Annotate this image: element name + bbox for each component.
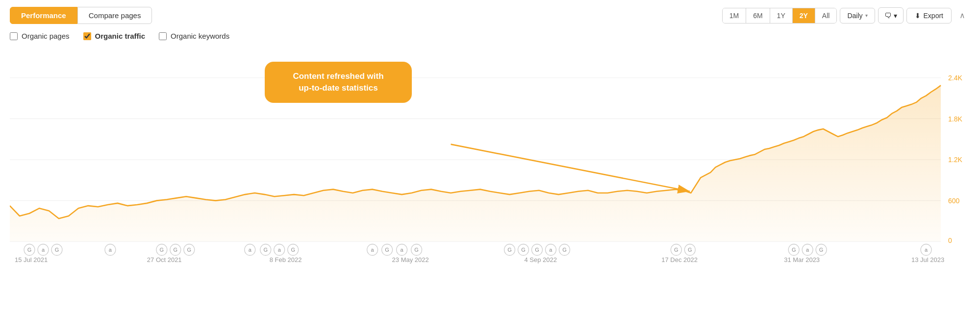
svg-text:G: G — [160, 247, 164, 253]
header-row: Performance Compare pages 1M 6M 1Y 2Y Al… — [10, 7, 970, 24]
svg-text:1.8K: 1.8K — [948, 115, 962, 122]
svg-text:0: 0 — [948, 237, 952, 244]
svg-text:a: a — [249, 247, 252, 253]
organic-keywords-filter[interactable]: Organic keywords — [159, 32, 229, 40]
comment-button[interactable]: 🗨 ▾ — [878, 7, 904, 24]
tab-compare[interactable]: Compare pages — [77, 7, 152, 24]
comment-icon: 🗨 — [884, 11, 892, 20]
daily-label: Daily — [847, 12, 862, 20]
svg-text:G: G — [385, 247, 389, 253]
svg-text:G: G — [521, 247, 526, 253]
svg-text:31 Mar 2023: 31 Mar 2023 — [784, 256, 820, 263]
time-1m[interactable]: 1M — [723, 8, 746, 23]
time-1y[interactable]: 1Y — [770, 8, 793, 23]
organic-keywords-checkbox[interactable] — [159, 32, 167, 40]
svg-text:13 Jul 2023: 13 Jul 2023 — [911, 256, 944, 263]
checkbox-row: Organic pages Organic traffic Organic ke… — [10, 32, 970, 40]
svg-text:a: a — [925, 247, 928, 253]
svg-text:G: G — [562, 247, 567, 253]
daily-dropdown[interactable]: Daily ▾ — [840, 8, 875, 24]
svg-text:G: G — [507, 247, 512, 253]
svg-line-6 — [451, 144, 690, 191]
svg-text:a: a — [549, 247, 553, 253]
tooltip-bubble: Content refreshed withup-to-date statist… — [265, 62, 412, 103]
page-container: Performance Compare pages 1M 6M 1Y 2Y Al… — [0, 0, 980, 310]
svg-text:a: a — [371, 247, 375, 253]
tab-group: Performance Compare pages — [10, 7, 152, 24]
tab-performance[interactable]: Performance — [10, 7, 77, 24]
svg-text:600: 600 — [948, 197, 959, 205]
controls-right: 1M 6M 1Y 2Y All Daily ▾ 🗨 ▾ ⬇ Export ∧ — [722, 7, 970, 24]
svg-text:4 Sep 2022: 4 Sep 2022 — [524, 256, 556, 263]
svg-text:a: a — [401, 247, 404, 253]
svg-text:15 Jul 2021: 15 Jul 2021 — [15, 256, 48, 263]
organic-pages-checkbox[interactable] — [10, 32, 18, 40]
organic-pages-label: Organic pages — [22, 32, 70, 40]
svg-text:1.2K: 1.2K — [948, 156, 962, 164]
svg-text:G: G — [674, 247, 678, 253]
chart-area: 15 Jul 2021 27 Oct 2021 8 Feb 2022 23 Ma… — [10, 47, 970, 272]
svg-text:17 Dec 2022: 17 Dec 2022 — [661, 256, 698, 263]
svg-text:G: G — [263, 247, 268, 253]
time-6m[interactable]: 6M — [746, 8, 770, 23]
svg-text:a: a — [42, 247, 45, 253]
comment-caret-icon: ▾ — [894, 12, 897, 20]
svg-text:2.4K: 2.4K — [948, 74, 962, 82]
export-label: Export — [924, 12, 943, 20]
svg-text:a: a — [806, 247, 809, 253]
organic-traffic-checkbox[interactable] — [83, 32, 91, 40]
svg-text:27 Oct 2021: 27 Oct 2021 — [147, 256, 182, 263]
time-2y[interactable]: 2Y — [793, 8, 815, 23]
svg-text:a: a — [109, 247, 112, 253]
time-all[interactable]: All — [815, 8, 837, 23]
dropdown-caret-icon: ▾ — [865, 13, 868, 18]
organic-traffic-label: Organic traffic — [95, 32, 146, 40]
tooltip-text: Content refreshed withup-to-date statist… — [293, 72, 383, 93]
svg-text:G: G — [174, 247, 178, 253]
svg-text:23 May 2022: 23 May 2022 — [392, 256, 429, 263]
svg-text:G: G — [792, 247, 796, 253]
svg-text:a: a — [278, 247, 281, 253]
organic-pages-filter[interactable]: Organic pages — [10, 32, 70, 40]
svg-text:G: G — [688, 247, 692, 253]
organic-traffic-filter[interactable]: Organic traffic — [83, 32, 146, 40]
chart-svg: 15 Jul 2021 27 Oct 2021 8 Feb 2022 23 Ma… — [10, 47, 970, 272]
export-icon: ⬇ — [915, 12, 921, 20]
collapse-button[interactable]: ∧ — [955, 8, 970, 23]
time-btn-group: 1M 6M 1Y 2Y All — [722, 8, 837, 24]
svg-text:G: G — [535, 247, 539, 253]
chevron-up-icon: ∧ — [959, 11, 965, 20]
svg-text:G: G — [27, 247, 32, 253]
svg-text:G: G — [291, 247, 295, 253]
svg-text:G: G — [819, 247, 824, 253]
svg-text:G: G — [414, 247, 419, 253]
export-button[interactable]: ⬇ Export — [906, 8, 952, 24]
svg-text:8 Feb 2022: 8 Feb 2022 — [270, 256, 302, 263]
svg-text:G: G — [55, 247, 59, 253]
organic-keywords-label: Organic keywords — [171, 32, 229, 40]
svg-text:G: G — [187, 247, 192, 253]
